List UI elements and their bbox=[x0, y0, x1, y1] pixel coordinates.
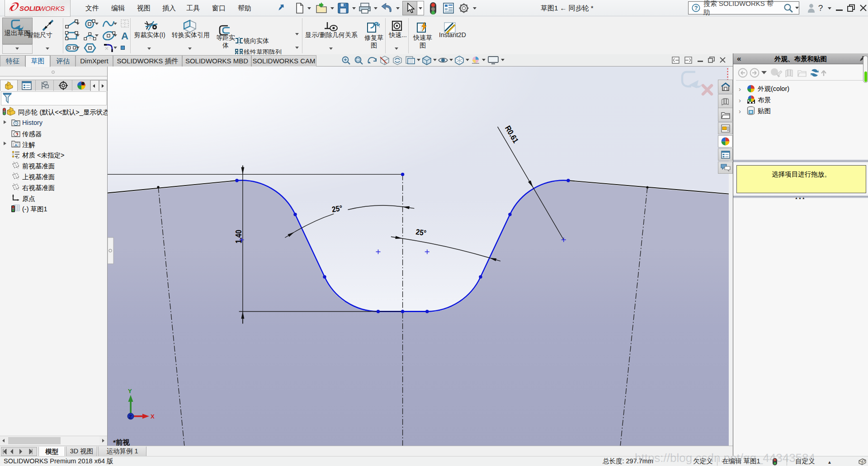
svg-text:A: A bbox=[121, 31, 128, 41]
svg-text:Z: Z bbox=[129, 414, 132, 419]
svg-text:WORKS: WORKS bbox=[39, 5, 65, 12]
svg-text:*前视: *前视 bbox=[113, 438, 130, 446]
svg-text:Y: Y bbox=[128, 388, 132, 395]
svg-text:25°: 25° bbox=[331, 204, 343, 214]
svg-text:25°: 25° bbox=[415, 227, 427, 237]
svg-text:A: A bbox=[14, 143, 18, 147]
svg-text:X: X bbox=[151, 413, 155, 420]
svg-text:SOLID: SOLID bbox=[19, 5, 40, 12]
svg-text:?: ? bbox=[694, 5, 698, 11]
